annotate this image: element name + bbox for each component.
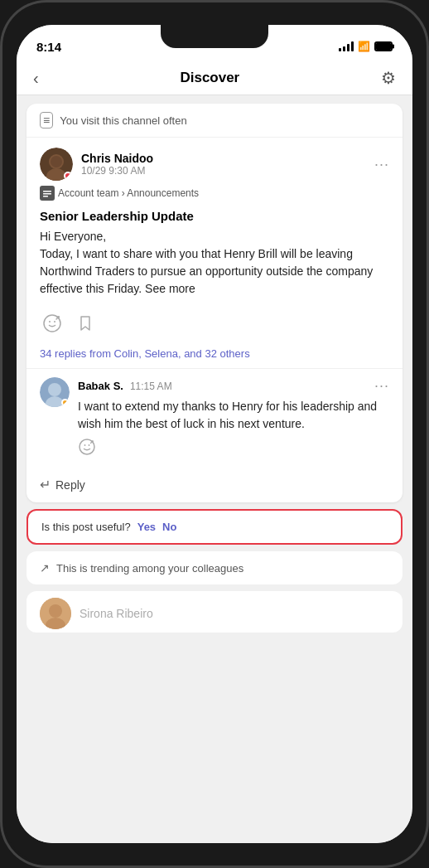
svg-point-10 — [54, 321, 55, 322]
bookmark-button[interactable] — [73, 311, 98, 336]
message-text: Hi Everyone,Today, I want to share with … — [40, 228, 389, 298]
message-header: Chris Naidoo 10/29 9:30 AM ··· — [27, 138, 402, 181]
content-area: ≡ You visit this channel often — [17, 95, 412, 843]
svg-point-15 — [48, 383, 61, 396]
channel-app-icon — [40, 186, 55, 201]
svg-point-18 — [84, 444, 86, 446]
channel-notice-icon: ≡ — [40, 112, 53, 129]
sirona-avatar — [40, 598, 71, 629]
useful-no-button[interactable]: No — [162, 521, 176, 533]
more-options-icon[interactable]: ··· — [374, 156, 389, 173]
phone-frame: 8:14 📶 ‹ Discover ⚙ — [0, 0, 429, 868]
reply-arrow-icon: ↵ — [40, 477, 51, 492]
svg-point-9 — [49, 321, 51, 322]
channel-path: Account team › Announcements — [27, 181, 402, 206]
main-post-card: ≡ You visit this channel often — [27, 104, 402, 502]
reply-section: Babak S. 11:15 AM ··· I want to extend m… — [27, 368, 402, 468]
wifi-icon: 📶 — [358, 41, 370, 52]
svg-rect-6 — [43, 193, 51, 195]
page-title: Discover — [180, 70, 239, 86]
trending-card: ↗ This is trending among your colleagues — [27, 551, 402, 584]
reply-content: Babak S. 11:15 AM ··· I want to extend m… — [78, 377, 389, 460]
reply-text: I want to extend my thanks to Henry for … — [78, 398, 389, 433]
reply-action[interactable]: ↵ Reply — [27, 468, 402, 502]
notch — [161, 25, 268, 48]
replies-link[interactable]: 34 replies from Colin, Selena, and 32 ot… — [27, 344, 402, 368]
reply-author-status-dot — [61, 399, 69, 406]
reply-author-avatar — [40, 377, 70, 407]
author-name-time: Chris Naidoo 10/29 9:30 AM — [81, 152, 153, 177]
svg-rect-5 — [43, 191, 51, 192]
message-timestamp: 10/29 9:30 AM — [81, 165, 153, 177]
trending-icon: ↗ — [40, 561, 50, 575]
useful-yes-button[interactable]: Yes — [137, 521, 156, 533]
svg-point-19 — [89, 444, 90, 446]
reply-name-time: Babak S. 11:15 AM — [78, 380, 172, 392]
sirona-name: Sirona Ribeiro — [80, 607, 153, 620]
reply-author-name: Babak S. — [78, 380, 123, 392]
phone-screen: 8:14 📶 ‹ Discover ⚙ — [17, 25, 412, 843]
emoji-reaction-button[interactable] — [40, 311, 65, 336]
author-avatar — [40, 148, 73, 181]
status-icons: 📶 — [339, 41, 393, 52]
reply-header: Babak S. 11:15 AM ··· — [78, 377, 389, 395]
reply-reaction-button[interactable] — [78, 438, 389, 460]
reply-button-label: Reply — [55, 478, 85, 492]
useful-bar: Is this post useful? Yes No — [27, 509, 402, 545]
battery-icon — [374, 41, 393, 51]
channel-path-text: Account team › Announcements — [58, 187, 199, 199]
back-button[interactable]: ‹ — [33, 69, 39, 88]
reaction-row — [27, 306, 402, 344]
author-info: Chris Naidoo 10/29 9:30 AM — [40, 148, 153, 181]
svg-rect-7 — [43, 196, 48, 197]
reply-message: Babak S. 11:15 AM ··· I want to extend m… — [40, 377, 389, 460]
useful-question: Is this post useful? — [41, 521, 131, 533]
channel-notice: ≡ You visit this channel often — [27, 104, 402, 138]
author-status-dot — [64, 172, 72, 180]
status-time: 8:14 — [36, 40, 61, 54]
message-body: Senior Leadership Update Hi Everyone,Tod… — [27, 206, 402, 306]
nav-bar: ‹ Discover ⚙ — [17, 61, 412, 95]
svg-point-3 — [51, 156, 62, 167]
author-name: Chris Naidoo — [81, 152, 153, 165]
svg-point-24 — [49, 604, 62, 618]
trending-text: This is trending among your colleagues — [56, 562, 243, 575]
channel-notice-text: You visit this channel often — [60, 114, 186, 127]
signal-icon — [339, 41, 354, 51]
message-title: Senior Leadership Update — [40, 209, 389, 223]
reply-more-options-icon[interactable]: ··· — [374, 377, 389, 395]
reply-timestamp: 11:15 AM — [130, 381, 172, 392]
settings-icon[interactable]: ⚙ — [381, 68, 396, 88]
sirona-preview-card: Sirona Ribeiro — [27, 591, 402, 633]
